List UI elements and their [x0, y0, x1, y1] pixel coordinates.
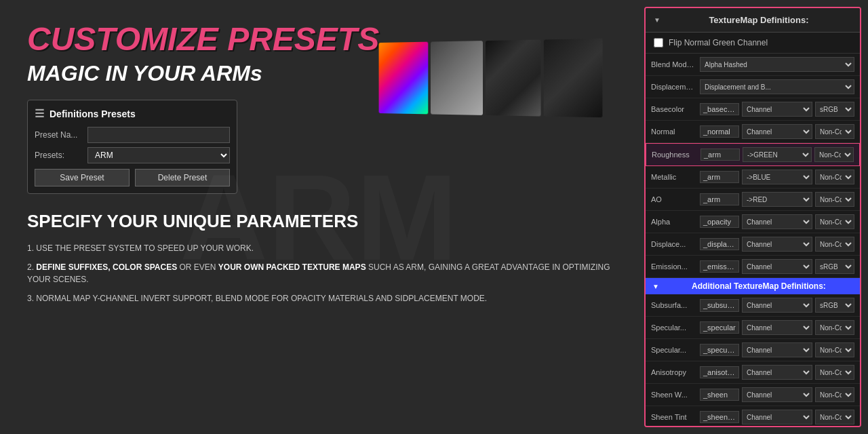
- row-label: Alpha: [651, 218, 697, 226]
- presets-label: Presets:: [35, 151, 82, 160]
- preset-name-row: Preset Na...: [35, 127, 230, 143]
- row-channel-select[interactable]: ChannelChannel->RED->GREEN->BLUE->ALPHA: [742, 259, 812, 274]
- row-label: Roughness: [652, 151, 698, 159]
- row-colorspace-select[interactable]: Non-Co...: [815, 387, 854, 402]
- blend-mode-row: Blend Mode for Opacity Alpha Hashed Opaq…: [646, 54, 860, 76]
- row-channel-select[interactable]: ->BLUEChannel->RED->GREEN->BLUE->ALPHA: [742, 170, 812, 184]
- texture-row: Sheen Tint_sheen_t...ChannelChannel->RED…: [646, 406, 860, 427]
- row-label: Basecolor: [651, 105, 697, 113]
- list-item: 2. DEFINE SUFFIXES, COLOR SPACES OR EVEN…: [27, 261, 610, 285]
- row-colorspace-select[interactable]: Non-Co...: [815, 365, 854, 380]
- texture-row: Specular..._specularChannelChannel->RED-…: [646, 317, 860, 339]
- row-channel-select[interactable]: ChannelChannel->RED->GREEN->BLUE->ALPHA: [742, 298, 812, 313]
- displacement-mode-select[interactable]: Displacement and B... Displacement Only …: [700, 79, 854, 94]
- delete-preset-button[interactable]: Delete Preset: [135, 169, 230, 186]
- row-channel-select[interactable]: ChannelChannel->RED->GREEN->BLUE->ALPHA: [742, 214, 812, 229]
- panel-header-title: TextureMap Definitions:: [666, 15, 852, 25]
- row-suffix: _sheen: [700, 389, 739, 401]
- preview-img-4: [544, 39, 603, 118]
- row-label: Specular...: [651, 323, 697, 332]
- row-channel-select[interactable]: ChannelChannel->RED->GREEN->BLUE->ALPHA: [742, 124, 812, 139]
- row-colorspace-select[interactable]: Non-Co...: [815, 192, 854, 207]
- row-channel-select[interactable]: ChannelChannel->RED->GREEN->BLUE->ALPHA: [742, 102, 812, 117]
- list-icon: ☰: [35, 107, 44, 120]
- additional-section-divider: ▼ Additional TextureMap Definitions:: [646, 278, 860, 294]
- additional-section-title: Additional TextureMap Definitions:: [665, 281, 853, 291]
- list-item: 1. USE THE PRESET SYSTEM TO SPEED UP YOU…: [27, 242, 610, 254]
- preset-buttons: Save Preset Delete Preset: [35, 169, 230, 186]
- presets-panel-header: ☰ Definitions Presets: [35, 107, 230, 120]
- save-preset-button[interactable]: Save Preset: [35, 169, 130, 186]
- additional-section-arrow[interactable]: ▼: [652, 283, 659, 290]
- texture-row: Displace..._displac...ChannelChannel->RE…: [646, 233, 860, 256]
- row-suffix: _sheen_t...: [700, 411, 739, 423]
- panel-header: ▼ TextureMap Definitions:: [646, 8, 860, 33]
- list-item: 3. NORMAL MAP Y-CHANNEL INVERT SUPPORT, …: [27, 292, 610, 304]
- presets-panel: ☰ Definitions Presets Preset Na... Prese…: [27, 100, 237, 194]
- row-colorspace-select[interactable]: Non-Co...: [814, 147, 854, 162]
- displacement-mode-label: Displacement Mode: [651, 83, 697, 91]
- row-colorspace-select[interactable]: sRGB: [815, 298, 854, 313]
- section-title: SPECIFY YOUR UNIQUE PARAMETERS: [27, 211, 610, 232]
- row-suffix: _anisotro...: [700, 366, 739, 378]
- texture-row: Basecolor_basecolorChannelChannel->RED->…: [646, 98, 860, 121]
- preview-images: [379, 39, 603, 118]
- row-colorspace-select[interactable]: Non-Co...: [815, 237, 854, 252]
- row-channel-select[interactable]: ChannelChannel->RED->GREEN->BLUE->ALPHA: [742, 342, 812, 357]
- row-label: Anisotropy: [651, 368, 697, 376]
- row-colorspace-select[interactable]: Non-Co...: [815, 170, 854, 184]
- row-channel-select[interactable]: ChannelChannel->RED->GREEN->BLUE->ALPHA: [742, 365, 812, 380]
- preview-img-1: [379, 42, 429, 115]
- texture-row: AO_arm->REDChannel->RED->GREEN->BLUE->AL…: [646, 189, 860, 211]
- presets-select[interactable]: ARM Default Custom: [87, 147, 230, 163]
- row-suffix: _displac...: [700, 238, 739, 250]
- row-channel-select[interactable]: ChannelChannel->RED->GREEN->BLUE->ALPHA: [742, 410, 812, 425]
- preview-img-2: [431, 41, 483, 115]
- preset-name-label: Preset Na...: [35, 130, 82, 140]
- blend-mode-select[interactable]: Alpha Hashed Opaque Alpha Blend Alpha Cl…: [700, 57, 854, 72]
- row-suffix: _specular: [700, 321, 739, 334]
- row-channel-select[interactable]: ->GREENChannel->RED->GREEN->BLUE->ALPHA: [743, 147, 812, 162]
- row-channel-select[interactable]: ChannelChannel->RED->GREEN->BLUE->ALPHA: [742, 237, 812, 252]
- texture-row: Roughness_arm->GREENChannel->RED->GREEN-…: [646, 143, 860, 166]
- flip-normal-row: Flip Normal Green Channel: [646, 33, 860, 54]
- row-suffix: _arm: [701, 149, 740, 161]
- right-panel: ▼ TextureMap Definitions: Flip Normal Gr…: [644, 7, 861, 427]
- texture-rows: Basecolor_basecolorChannelChannel->RED->…: [646, 98, 860, 278]
- row-colorspace-select[interactable]: Non-Co...: [815, 214, 854, 229]
- content-items: 1. USE THE PRESET SYSTEM TO SPEED UP YOU…: [27, 242, 610, 304]
- row-label: Subsurfa...: [651, 301, 697, 309]
- row-colorspace-select[interactable]: sRGB: [815, 102, 854, 117]
- presets-select-row: Presets: ARM Default Custom: [35, 147, 230, 163]
- texture-row: Subsurfa..._subsurف...ChannelChannel->RE…: [646, 294, 860, 317]
- row-colorspace-select[interactable]: Non-Co...: [815, 320, 854, 335]
- texture-row: Metallic_arm->BLUEChannel->RED->GREEN->B…: [646, 166, 860, 189]
- row-label: Specular...: [651, 346, 697, 354]
- preview-img-3: [486, 39, 541, 116]
- texture-row: Anisotropy_anisotro...ChannelChannel->RE…: [646, 361, 860, 384]
- main-content: SPECIFY YOUR UNIQUE PARAMETERS 1. USE TH…: [27, 211, 610, 304]
- row-suffix: _subsurف...: [700, 299, 739, 312]
- row-suffix: _specula...: [700, 344, 739, 356]
- presets-panel-title: Definitions Presets: [50, 108, 136, 119]
- texture-row: Alpha_opacityChannelChannel->RED->GREEN-…: [646, 211, 860, 233]
- row-colorspace-select[interactable]: Non-Co...: [815, 342, 854, 357]
- collapse-arrow-icon[interactable]: ▼: [654, 16, 660, 24]
- row-channel-select[interactable]: ->REDChannel->RED->GREEN->BLUE->ALPHA: [742, 192, 812, 207]
- preset-name-input[interactable]: [87, 127, 230, 143]
- row-colorspace-select[interactable]: Non-Co...: [815, 124, 854, 139]
- texture-row: Normal_normalChannelChannel->RED->GREEN-…: [646, 121, 860, 143]
- row-label: Metallic: [651, 173, 697, 181]
- left-panel: ARM CUSTOMIZE PRESETS MAGIC IN YOUR ARMs…: [0, 0, 637, 434]
- row-colorspace-select[interactable]: sRGB: [815, 259, 854, 274]
- row-suffix: _normal: [700, 125, 739, 138]
- texture-row: Specular..._specula...ChannelChannel->RE…: [646, 339, 860, 361]
- row-suffix: _emissive: [700, 260, 739, 273]
- texture-row: Sheen W..._sheenChannelChannel->RED->GRE…: [646, 384, 860, 406]
- row-suffix: _arm: [700, 171, 739, 183]
- flip-normal-checkbox[interactable]: [654, 38, 663, 47]
- row-channel-select[interactable]: ChannelChannel->RED->GREEN->BLUE->ALPHA: [742, 387, 812, 402]
- row-channel-select[interactable]: ChannelChannel->RED->GREEN->BLUE->ALPHA: [742, 320, 812, 335]
- texture-row: Emission..._emissiveChannelChannel->RED-…: [646, 256, 860, 278]
- row-colorspace-select[interactable]: Non-Co...: [815, 410, 854, 425]
